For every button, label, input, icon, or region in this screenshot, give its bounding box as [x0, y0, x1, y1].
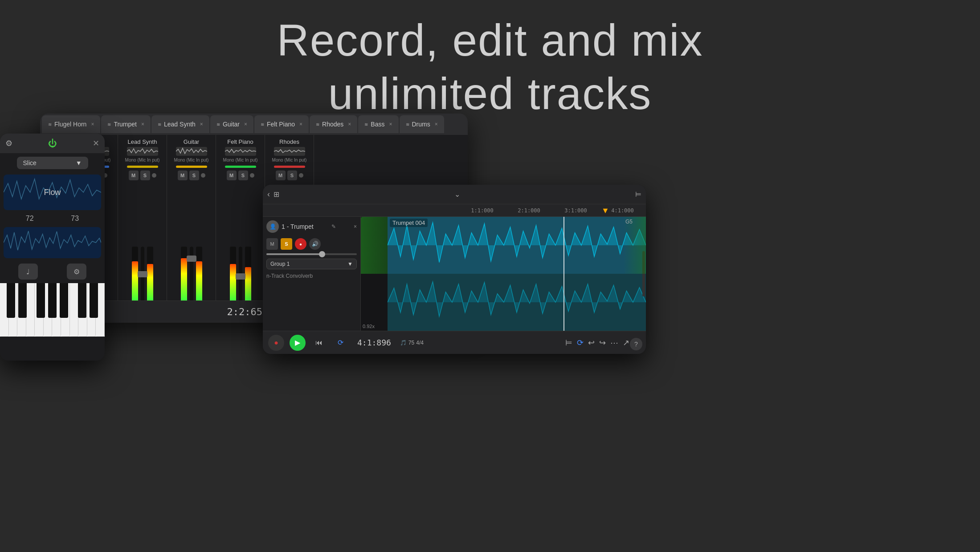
white-key[interactable]	[17, 283, 26, 337]
ms-row-felt-piano: M S	[227, 170, 254, 180]
track-group-select[interactable]: Group 1 ▼	[266, 259, 357, 269]
piano-device: ⚙ ⏻ ✕ Slice ▼ Flow 72 73 ♩ ⚙	[0, 134, 105, 361]
close-icon[interactable]: ✕	[93, 138, 99, 148]
share-icon[interactable]: ↗	[623, 338, 629, 348]
channel-wave-felt-piano	[225, 147, 256, 156]
tab-close-icon[interactable]: ×	[91, 121, 94, 127]
track-fader[interactable]	[266, 253, 357, 255]
track-mute-btn[interactable]: M	[266, 238, 278, 250]
tab-close-icon[interactable]: ×	[299, 121, 302, 127]
fader-track-felt-piano[interactable]	[239, 247, 242, 304]
undo-icon[interactable]: ↩	[588, 338, 595, 348]
tab-guitar[interactable]: ≋ Guitar ×	[210, 115, 253, 133]
channel-label-guitar: Mono (Mic In put)	[174, 158, 209, 163]
ms-dot-guitar	[201, 173, 205, 178]
white-key[interactable]	[87, 283, 96, 337]
solo-btn-guitar[interactable]: S	[189, 170, 199, 180]
power-icon[interactable]: ⏻	[48, 138, 57, 149]
solo-btn-rhodes[interactable]: S	[287, 170, 297, 180]
fader-track-guitar[interactable]	[190, 247, 193, 304]
solo-btn-felt-piano[interactable]: S	[238, 170, 248, 180]
fader-track-lead-synth[interactable]	[141, 247, 144, 304]
sync-icon[interactable]: ⟳	[577, 338, 584, 348]
white-key[interactable]	[61, 283, 70, 337]
waveform-icon: ≋	[216, 122, 220, 127]
eq-icon[interactable]: ⊨	[565, 338, 572, 348]
white-key[interactable]	[9, 283, 18, 337]
mute-btn-guitar[interactable]: M	[178, 170, 188, 180]
timeline-dropdown-icon[interactable]: ⌄	[454, 190, 460, 199]
track-group-row: Group 1 ▼	[263, 257, 360, 271]
track-edit-icon[interactable]: ✎	[331, 223, 336, 230]
mixer-settings-icon[interactable]: ⊨	[635, 190, 641, 199]
tab-trumpet[interactable]: ≋ Trumpet ×	[101, 115, 151, 133]
tab-close-icon[interactable]: ×	[141, 121, 144, 127]
record-btn[interactable]: ●	[268, 335, 284, 351]
settings-icon[interactable]: ⚙	[5, 138, 12, 148]
play-btn[interactable]: ▶	[290, 335, 306, 351]
tab-drums[interactable]: ≋ Drums ×	[400, 115, 444, 133]
tab-close-icon[interactable]: ×	[348, 121, 351, 127]
solo-btn-lead-synth[interactable]: S	[140, 170, 150, 180]
back-icon[interactable]: ‹	[267, 190, 270, 199]
gear-btn[interactable]: ⚙	[67, 264, 86, 280]
midi-btn[interactable]: ♩	[18, 264, 38, 280]
track-fader-knob[interactable]	[319, 251, 325, 257]
tab-flugel-horn[interactable]: ≋ Flugel Horn ×	[42, 115, 100, 133]
fader-knob-felt-piano[interactable]	[236, 273, 245, 280]
track-rec-btn[interactable]: ●	[295, 238, 306, 250]
white-key[interactable]	[96, 283, 105, 337]
piano-keys[interactable]	[0, 283, 105, 337]
loop-btn[interactable]: ⟳	[332, 335, 348, 351]
track-volume-icon[interactable]: 🔊	[309, 238, 321, 250]
piano-action-row: ♩ ⚙	[0, 260, 105, 283]
channel-name-guitar: Guitar	[184, 138, 199, 145]
tab-close-icon[interactable]: ×	[200, 121, 203, 127]
white-key[interactable]	[70, 283, 79, 337]
ruler-marks: 1:1:000 2:1:000 3:1:000 ▼ 4:1:000	[459, 204, 646, 216]
help-btn[interactable]: ?	[630, 338, 642, 350]
vu-left-guitar	[181, 247, 187, 304]
white-key[interactable]	[26, 283, 35, 337]
mute-btn-lead-synth[interactable]: M	[129, 170, 139, 180]
tab-close-icon[interactable]: ×	[389, 121, 392, 127]
tab-felt-piano[interactable]: ≋ Felt Piano ×	[254, 115, 309, 133]
waveform-icon: ≋	[406, 122, 409, 127]
note-numbers: 72 73	[0, 212, 105, 225]
grid-icon[interactable]: ⊞	[274, 190, 279, 199]
tab-rhodes[interactable]: ≋ Rhodes ×	[310, 115, 357, 133]
redo-icon[interactable]: ↪	[599, 338, 606, 348]
channel-color-lead-synth	[127, 166, 158, 168]
mode-select[interactable]: Slice ▼	[17, 157, 88, 169]
vu-fill	[181, 258, 187, 304]
tab-close-icon[interactable]: ×	[435, 121, 438, 127]
more-icon[interactable]: ⋯	[610, 338, 618, 348]
clip-label: Trumpet 004	[390, 219, 428, 227]
tab-lead-synth[interactable]: ≋ Lead Synth ×	[151, 115, 209, 133]
white-key[interactable]	[35, 283, 44, 337]
mute-btn-rhodes[interactable]: M	[276, 170, 286, 180]
white-key[interactable]	[52, 283, 61, 337]
track-content[interactable]: Trumpet 004 G5 0.92x	[361, 217, 646, 331]
channel-color-guitar	[176, 166, 207, 168]
rewind-btn[interactable]: ⏮	[311, 335, 327, 351]
vu-right-felt-piano	[245, 247, 251, 304]
tab-close-icon[interactable]: ×	[244, 121, 247, 127]
fader-knob-guitar[interactable]	[187, 256, 196, 262]
white-key[interactable]	[78, 283, 87, 337]
track-close-icon[interactable]: ×	[354, 223, 357, 230]
channel-label-felt-piano: Mono (Mic In put)	[223, 158, 258, 163]
mixer-time: 2:2:655	[227, 306, 269, 317]
waveform-display-top: Flow	[4, 175, 101, 210]
fader-knob-lead-synth[interactable]	[138, 271, 147, 277]
channel-lead-synth: Lead Synth Mono (Mic In put) M S	[118, 135, 167, 323]
track-solo-btn[interactable]: S	[281, 238, 292, 250]
mute-btn-felt-piano[interactable]: M	[227, 170, 237, 180]
white-key[interactable]	[0, 283, 9, 337]
tab-label: Rhodes	[322, 121, 343, 128]
tab-bass[interactable]: ≋ Bass ×	[358, 115, 398, 133]
hero-section: Record, edit and mix unlimited tracks	[277, 13, 703, 120]
daw-top-bar: ‹ ⊞ ⌄ ⊨	[263, 185, 646, 204]
white-key[interactable]	[44, 283, 53, 337]
tab-label: Guitar	[223, 121, 240, 128]
